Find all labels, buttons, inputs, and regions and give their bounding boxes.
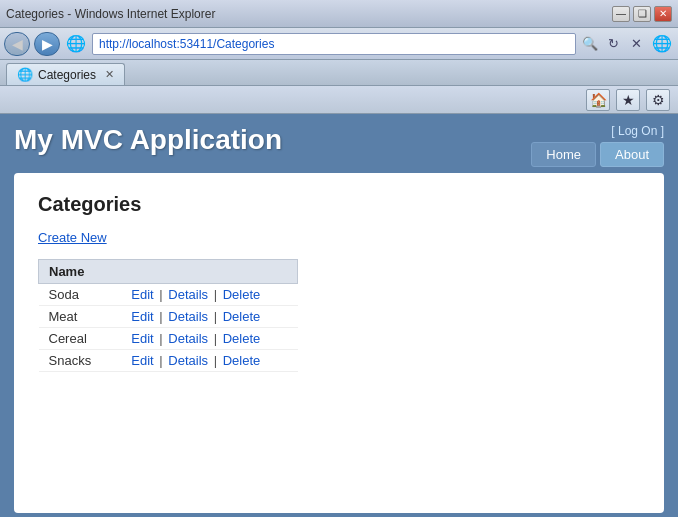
browser-window: Categories - Windows Internet Explorer —… (0, 0, 678, 517)
table-header-name: Name (39, 260, 298, 284)
ie-brand-icon: 🌐 (650, 33, 674, 55)
separator: | (156, 309, 167, 324)
favorites-toolbar-button[interactable]: ★ (616, 89, 640, 111)
tab-bar: 🌐 Categories ✕ (0, 60, 678, 86)
table-row: SodaEdit | Details | Delete (39, 284, 298, 306)
tab-ie-icon: 🌐 (17, 67, 33, 82)
title-bar-text: Categories - Windows Internet Explorer (6, 7, 215, 21)
stop-icon[interactable]: ✕ (626, 34, 646, 54)
separator: | (156, 353, 167, 368)
address-bar[interactable] (92, 33, 576, 55)
about-nav-button[interactable]: About (600, 142, 664, 167)
nav-bar: ◀ ▶ 🌐 🔍 ↻ ✕ 🌐 (0, 28, 678, 60)
page-content: My MVC Application [ Log On ] Home About… (0, 114, 678, 517)
details-link[interactable]: Details (168, 353, 208, 368)
home-nav-button[interactable]: Home (531, 142, 596, 167)
category-name: Snacks (39, 350, 122, 372)
forward-arrow-icon: ▶ (42, 36, 53, 52)
close-button[interactable]: ✕ (654, 6, 672, 22)
restore-button[interactable]: ❑ (633, 6, 651, 22)
header-right: [ Log On ] Home About (531, 124, 664, 167)
forward-button[interactable]: ▶ (34, 32, 60, 56)
nav-buttons: Home About (531, 142, 664, 167)
log-on-area: [ Log On ] (611, 124, 664, 138)
title-bar-buttons: — ❑ ✕ (612, 6, 672, 22)
separator: | (156, 287, 167, 302)
ie-logo-icon: 🌐 (64, 33, 88, 55)
separator: | (210, 287, 221, 302)
home-toolbar-button[interactable]: 🏠 (586, 89, 610, 111)
category-actions: Edit | Details | Delete (121, 350, 297, 372)
app-header: My MVC Application [ Log On ] Home About (14, 124, 664, 167)
create-new-link[interactable]: Create New (38, 230, 107, 245)
log-on-prefix: [ (611, 124, 618, 138)
browser-tab[interactable]: 🌐 Categories ✕ (6, 63, 125, 85)
tab-close-icon[interactable]: ✕ (105, 68, 114, 81)
table-row: SnacksEdit | Details | Delete (39, 350, 298, 372)
log-on-link[interactable]: Log On (618, 124, 657, 138)
back-arrow-icon: ◀ (12, 36, 23, 52)
delete-link[interactable]: Delete (223, 353, 261, 368)
table-row: CerealEdit | Details | Delete (39, 328, 298, 350)
settings-icon: ⚙ (652, 92, 665, 108)
search-icon[interactable]: 🔍 (580, 34, 600, 54)
separator: | (210, 309, 221, 324)
refresh-icon[interactable]: ↻ (603, 34, 623, 54)
log-on-suffix: ] (657, 124, 664, 138)
edit-link[interactable]: Edit (131, 331, 153, 346)
delete-link[interactable]: Delete (223, 287, 261, 302)
minimize-button[interactable]: — (612, 6, 630, 22)
back-button[interactable]: ◀ (4, 32, 30, 56)
tab-title: Categories (38, 68, 96, 82)
edit-link[interactable]: Edit (131, 309, 153, 324)
category-name: Cereal (39, 328, 122, 350)
separator: | (156, 331, 167, 346)
toolbar-bar: 🏠 ★ ⚙ (0, 86, 678, 114)
edit-link[interactable]: Edit (131, 353, 153, 368)
settings-toolbar-button[interactable]: ⚙ (646, 89, 670, 111)
title-bar: Categories - Windows Internet Explorer —… (0, 0, 678, 28)
category-actions: Edit | Details | Delete (121, 328, 297, 350)
page-title: Categories (38, 193, 640, 216)
category-name: Meat (39, 306, 122, 328)
table-row: MeatEdit | Details | Delete (39, 306, 298, 328)
details-link[interactable]: Details (168, 331, 208, 346)
app-title: My MVC Application (14, 124, 282, 156)
edit-link[interactable]: Edit (131, 287, 153, 302)
category-actions: Edit | Details | Delete (121, 306, 297, 328)
delete-link[interactable]: Delete (223, 331, 261, 346)
nav-icons: 🔍 ↻ ✕ (580, 34, 646, 54)
home-icon: 🏠 (590, 92, 607, 108)
main-panel: Categories Create New Name SodaEdit | De… (14, 173, 664, 513)
details-link[interactable]: Details (168, 309, 208, 324)
separator: | (210, 331, 221, 346)
delete-link[interactable]: Delete (223, 309, 261, 324)
categories-table: Name SodaEdit | Details | DeleteMeatEdit… (38, 259, 298, 372)
favorites-icon: ★ (622, 92, 635, 108)
category-actions: Edit | Details | Delete (121, 284, 297, 306)
separator: | (210, 353, 221, 368)
details-link[interactable]: Details (168, 287, 208, 302)
category-name: Soda (39, 284, 122, 306)
